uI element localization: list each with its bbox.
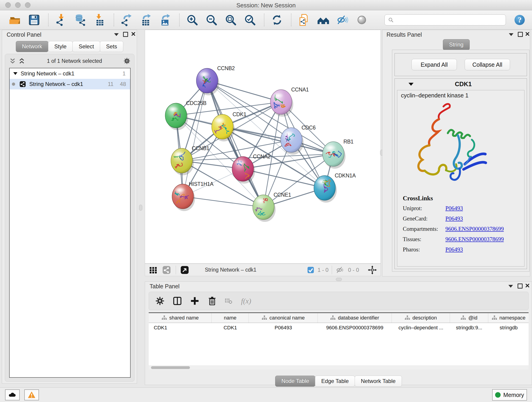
duplicate-network-button[interactable] [298,13,311,27]
crosslink-link[interactable]: 9606.ENSP00000378699 [445,236,504,242]
entry-collapse-icon[interactable] [409,83,413,86]
network-row-selected[interactable]: String Network – cdk1 11 48 [10,79,130,89]
network-graph[interactable]: CCNB2CCNA1CDC25BCDK1CDC6RB1CCNB1CCNA2CDK… [145,30,380,263]
table-cell[interactable]: P06493 [249,323,318,332]
selected-checkbox-icon[interactable] [307,265,314,275]
bottom-splitter-handle[interactable] [336,278,342,281]
crosslink-link[interactable]: P06493 [445,216,463,222]
network-node-CDK1[interactable] [212,114,234,141]
network-node-HIST1H1A[interactable] [172,184,195,211]
table-panel-menu-icon[interactable] [508,285,513,288]
scrollbar-thumb[interactable] [151,366,190,369]
zoom-in-button[interactable] [186,13,199,27]
zoom-selected-button[interactable] [243,13,257,27]
crosslink-link[interactable]: 9606.ENSP00000378699 [445,226,504,232]
table-cell[interactable]: 9606.ENSP00000378699 [318,323,392,332]
network-edge[interactable] [207,81,264,207]
warnings-button[interactable] [24,389,39,400]
network-collection-row[interactable]: String Network – cdk1 1 [10,68,130,79]
crosslink-link[interactable]: P06493 [445,246,463,253]
export-table-button[interactable] [139,13,152,27]
network-node-CCNB2[interactable] [196,68,219,95]
export-image-button[interactable] [158,13,172,27]
tab-node-table[interactable]: Node Table [275,376,315,387]
results-panel-menu-icon[interactable] [509,33,513,36]
tab-sets[interactable]: Sets [100,41,123,52]
column-header-shared-name[interactable]: shared name [149,313,212,323]
network-options-gear-icon[interactable] [123,57,131,65]
show-items-button[interactable] [355,13,368,27]
table-panel-close-icon[interactable] [525,283,530,289]
tab-string[interactable]: String [443,39,470,50]
zoom-out-button[interactable] [205,13,218,27]
help-button[interactable] [514,14,526,26]
column-header-namespace[interactable]: namespace [488,313,529,323]
view-share-icon[interactable] [162,265,172,275]
view-grid-icon[interactable] [148,265,158,275]
network-edge[interactable] [243,169,325,188]
table-settings-gear-icon[interactable] [154,295,165,306]
cloud-status-button[interactable] [5,389,20,400]
hidden-eye-icon[interactable] [336,265,345,275]
tab-style[interactable]: Style [48,41,73,52]
import-network-button[interactable] [55,13,68,27]
home-networks-button[interactable] [317,13,330,27]
network-node-CCNA2[interactable] [232,157,255,184]
import-table-button[interactable] [93,13,106,27]
birdseye-view-icon[interactable] [180,265,190,275]
delete-column-icon[interactable] [207,295,218,306]
control-panel-menu-icon[interactable] [114,33,119,36]
add-column-icon[interactable] [189,295,200,306]
collapse-all-icon[interactable] [9,57,17,65]
zoom-fit-button[interactable] [224,13,237,27]
results-panel-close-icon[interactable] [525,32,530,37]
expand-all-icon[interactable] [18,57,26,65]
table-row[interactable]: CDK1CDK1P064939606.ENSP00000378699cyclin… [149,323,529,332]
table-panel-float-icon[interactable] [518,283,523,288]
function-builder-icon[interactable]: f(x) [241,297,251,305]
control-panel-close-icon[interactable] [131,32,136,37]
network-node-CCNB1[interactable] [171,148,194,175]
tab-edge-table[interactable]: Edge Table [315,376,355,387]
table-cell[interactable]: CDK1 [212,323,249,332]
save-session-button[interactable] [27,13,41,27]
left-splitter-handle[interactable] [139,205,142,211]
export-network-button[interactable] [120,13,133,27]
refresh-button[interactable] [270,13,284,27]
column-header-canonical-name[interactable]: canonical name [249,313,318,323]
column-header-description[interactable]: description [392,313,450,323]
search-field[interactable] [385,14,506,26]
hide-items-button[interactable] [336,13,349,27]
collapse-all-button[interactable]: Collapse All [465,59,510,70]
column-header-name[interactable]: name [212,313,249,323]
tab-network[interactable]: Network [16,41,48,52]
expand-all-button[interactable]: Expand All [412,59,457,70]
control-panel-float-icon[interactable] [123,32,128,37]
tab-select[interactable]: Select [72,41,100,52]
column-header-database-identifier[interactable]: database identifier [318,313,392,323]
search-input[interactable] [396,17,502,23]
memory-button[interactable]: Memory [492,389,527,401]
table-horizontal-scrollbar[interactable] [149,366,529,370]
table-cell[interactable]: CDK1 [149,323,212,332]
network-node-RB1[interactable] [323,142,346,169]
crosslink-link[interactable]: P06493 [445,205,463,211]
tab-network-table[interactable]: Network Table [355,376,402,387]
delete-table-icon[interactable] [224,295,233,306]
network-node-CCNA1[interactable] [270,89,293,117]
open-session-button[interactable] [8,13,22,27]
results-panel-float-icon[interactable] [518,32,523,37]
collection-expand-icon[interactable] [13,72,17,75]
network-node-CDKN1A[interactable] [314,176,337,203]
column-header--id[interactable]: @id [450,313,488,323]
table-cell[interactable]: cyclin–dependent ... [392,323,450,332]
network-edge[interactable] [183,81,207,196]
table-cell[interactable]: stringdb:9... [450,323,488,332]
network-view-canvas[interactable]: CCNB2CCNA1CDC25BCDK1CDC6RB1CCNB1CCNA2CDK… [145,30,381,264]
node-table[interactable]: shared namenamecanonical namedatabase id… [149,313,529,369]
network-node-CDC25B[interactable] [165,103,188,130]
pan-crosshair-icon[interactable] [367,265,377,275]
show-columns-icon[interactable] [172,295,183,306]
import-database-button[interactable] [74,13,87,27]
table-cell[interactable]: stringdb [488,323,529,332]
